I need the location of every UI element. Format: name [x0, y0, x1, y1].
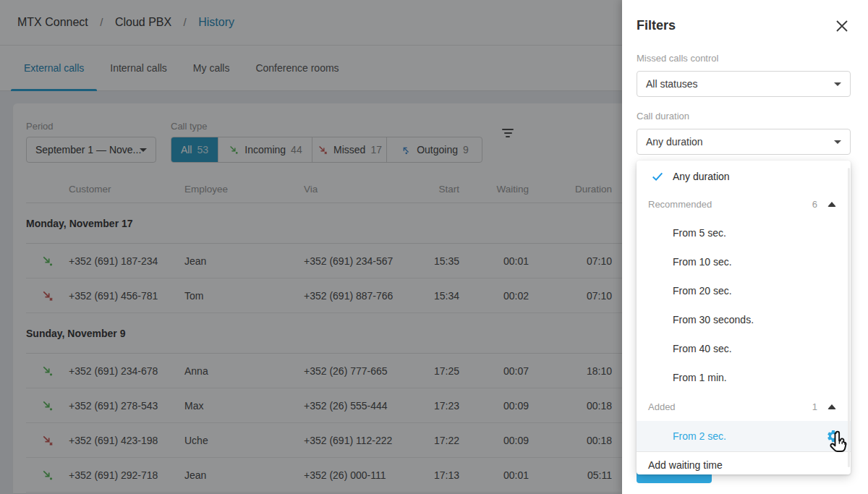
chevron-down-icon	[834, 82, 841, 86]
missed-calls-control-value: All statuses	[646, 78, 698, 90]
collapse-arrow-icon[interactable]	[827, 404, 836, 409]
section-count: 1	[812, 401, 817, 412]
section-count: 6	[812, 199, 817, 210]
call-duration-select[interactable]: Any duration	[637, 129, 851, 155]
chevron-down-icon	[834, 140, 841, 144]
filters-panel-title: Filters	[637, 18, 676, 33]
missed-calls-control-select[interactable]: All statuses	[637, 71, 851, 97]
missed-calls-control-label: Missed calls control	[637, 53, 718, 64]
dropdown-option[interactable]: From 40 sec.	[637, 334, 851, 363]
dropdown-option[interactable]: From 20 sec.	[637, 276, 851, 305]
dropdown-option-from-2-sec[interactable]: From 2 sec.	[637, 421, 851, 451]
option-label: Any duration	[673, 171, 730, 182]
dropdown-scrollbar[interactable]	[848, 168, 850, 467]
dropdown-section-recommended[interactable]: Recommended 6	[637, 189, 851, 218]
section-name: Added	[648, 401, 812, 412]
call-duration-label: Call duration	[637, 111, 689, 122]
section-name: Recommended	[648, 199, 812, 210]
filters-panel: Filters Missed calls control All statuse…	[622, 0, 868, 494]
gear-icon[interactable]	[826, 429, 841, 443]
dropdown-option-any-duration[interactable]: Any duration	[637, 163, 851, 189]
dropdown-section-added[interactable]: Added 1	[637, 392, 851, 421]
dropdown-option[interactable]: From 10 sec.	[637, 247, 851, 276]
close-icon[interactable]	[835, 19, 849, 33]
call-duration-value: Any duration	[646, 136, 703, 148]
collapse-arrow-icon[interactable]	[827, 202, 836, 207]
option-label: From 2 sec.	[673, 430, 726, 442]
dropdown-option[interactable]: From 1 min.	[637, 363, 851, 392]
dropdown-option[interactable]: From 30 seconds.	[637, 305, 851, 334]
call-duration-dropdown: Any duration Recommended 6 From 5 sec. F…	[637, 161, 851, 474]
checkmark-icon	[651, 170, 664, 183]
dropdown-option[interactable]: From 5 sec.	[637, 218, 851, 247]
add-waiting-time-button[interactable]: Add waiting time	[637, 451, 851, 474]
